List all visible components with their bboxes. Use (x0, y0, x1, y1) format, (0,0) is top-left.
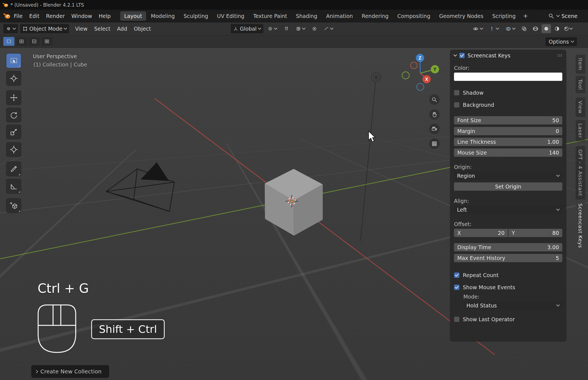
gizmos-dropdown[interactable] (487, 24, 501, 33)
offset-y-field[interactable]: Y 80 (508, 229, 562, 237)
gizmo-neg-y[interactable] (402, 72, 409, 79)
menu-view[interactable]: View (72, 24, 91, 33)
scene-selector[interactable]: Scene (548, 13, 585, 19)
workspace-tab-modeling[interactable]: Modeling (147, 11, 179, 21)
operator-redo-panel[interactable]: Create New Collection (31, 365, 109, 378)
pivot-point-dropdown[interactable] (265, 24, 279, 33)
xray-toggle[interactable] (519, 24, 529, 33)
menu-object[interactable]: Object (130, 24, 154, 33)
snap-toggle[interactable] (281, 24, 292, 33)
light-object[interactable] (361, 73, 381, 241)
object-visibility-dropdown[interactable] (470, 24, 485, 33)
workspace-tab-texture-paint[interactable]: Texture Paint (249, 11, 291, 21)
shadow-checkbox[interactable] (454, 90, 460, 95)
mouse-size-field[interactable]: Mouse Size 140 (454, 148, 562, 157)
navigation-gizmo[interactable]: Z Y X (402, 54, 439, 91)
set-origin-button[interactable]: Set Origin (454, 182, 562, 191)
blender-logo-icon (3, 2, 8, 8)
offset-x-field[interactable]: X 20 (454, 229, 508, 237)
select-mode-new-button[interactable] (3, 37, 14, 46)
camera-object[interactable] (106, 163, 174, 211)
workspace-tab-scripting[interactable]: Scripting (488, 11, 520, 21)
tool-add-cube-button[interactable] (6, 198, 21, 213)
workspace-tab-compositing[interactable]: Compositing (393, 11, 434, 21)
gizmo-neg-z[interactable] (417, 83, 424, 91)
magnet-icon (284, 26, 289, 31)
proportional-editing-toggle[interactable] (309, 24, 319, 33)
show-last-operator-checkbox[interactable] (454, 317, 460, 322)
scene-name[interactable]: Scene (561, 13, 578, 19)
camera-view-button[interactable] (429, 124, 440, 134)
transform-orientation-dropdown[interactable]: Global (231, 24, 263, 33)
select-mode-subtract-button[interactable] (29, 37, 40, 46)
max-event-history-field[interactable]: Max Event History 5 (454, 254, 562, 262)
panel-header[interactable]: Screencast Keys (454, 50, 562, 61)
margin-field[interactable]: Margin 0 (454, 127, 562, 135)
blender-menu-logo-icon[interactable] (3, 12, 11, 20)
sidebar-tab-view[interactable]: View (576, 97, 585, 117)
workspace-tab-shading[interactable]: Shading (292, 11, 321, 21)
show-mouse-events-checkbox[interactable] (454, 285, 460, 290)
repeat-count-checkbox[interactable] (454, 272, 460, 278)
display-time-field[interactable]: Display Time 3.00 (454, 243, 562, 251)
background-checkbox[interactable] (454, 102, 460, 108)
sidebar-tab-screencast-keys[interactable]: Screencast Keys (576, 200, 585, 251)
shading-solid-button[interactable] (542, 24, 551, 33)
menu-help[interactable]: Help (95, 11, 114, 21)
cube-object[interactable] (265, 169, 323, 236)
shading-wireframe-button[interactable] (531, 24, 540, 33)
shading-rendered-button[interactable] (563, 24, 573, 33)
tool-move-button[interactable] (6, 91, 21, 105)
tool-annotate-button[interactable] (6, 162, 21, 176)
tool-measure-button[interactable] (6, 179, 21, 193)
orthographic-toggle-button[interactable] (429, 139, 440, 149)
select-mode-extend-button[interactable] (16, 37, 27, 46)
menu-render[interactable]: Render (43, 11, 68, 21)
mode-dropdown[interactable]: Hold Status (463, 301, 562, 310)
origin-dropdown[interactable]: Region (454, 172, 562, 180)
tool-options-corner (19, 210, 20, 212)
menu-window[interactable]: Window (68, 11, 95, 21)
menu-file[interactable]: File (11, 11, 26, 21)
shading-material-button[interactable] (552, 24, 562, 33)
workspace-tab-sculpting[interactable]: Sculpting (180, 11, 212, 21)
workspace-tab-animation[interactable]: Animation (322, 11, 357, 21)
panel-collapse-chevron-icon[interactable] (453, 53, 457, 57)
sidebar-tab-tool[interactable]: Tool (576, 76, 585, 93)
line-thickness-field[interactable]: Line Thickness 1.00 (454, 138, 562, 146)
scene-browse-icon[interactable] (548, 13, 555, 19)
panel-enable-checkbox[interactable] (459, 53, 465, 58)
workspace-tab-rendering[interactable]: Rendering (358, 11, 393, 21)
editor-type-selector[interactable] (3, 24, 18, 33)
viewport-canvas[interactable]: Z Y X User Perspective (1) Collection | … (0, 48, 588, 380)
add-workspace-button[interactable]: + (520, 12, 531, 20)
proportional-falloff-dropdown[interactable] (321, 24, 335, 33)
panel-grip-icon[interactable] (557, 54, 562, 57)
mode-selector[interactable]: Object Mode (20, 24, 69, 33)
font-size-field[interactable]: Font Size 50 (454, 116, 562, 124)
sidebar-tab-item[interactable]: Item (576, 55, 585, 74)
sidebar-tab-laser[interactable]: Laser (576, 120, 585, 142)
overlays-dropdown[interactable] (503, 24, 518, 33)
zoom-button[interactable] (429, 94, 440, 105)
menu-add[interactable]: Add (114, 24, 130, 33)
tool-scale-button[interactable] (6, 125, 21, 139)
snap-settings-dropdown[interactable] (293, 24, 308, 33)
tool-cursor-button[interactable] (6, 71, 21, 86)
gizmo-neg-x[interactable] (411, 62, 417, 69)
workspace-tab-layout[interactable]: Layout (120, 11, 146, 21)
color-swatch[interactable] (454, 73, 562, 81)
workspace-tab-geometry-nodes[interactable]: Geometry Nodes (435, 11, 487, 21)
sidebar-tab-gpt4-assistant[interactable]: GPT - 4 Assistant (576, 146, 585, 200)
tool-select-box-button[interactable] (6, 54, 21, 68)
select-mode-intersect-button[interactable] (41, 37, 53, 46)
align-dropdown[interactable]: Left (454, 206, 562, 214)
workspace-tab-uv-editing[interactable]: UV Editing (213, 11, 248, 21)
tool-transform-button[interactable] (6, 142, 21, 157)
pan-button[interactable] (429, 109, 440, 120)
menu-edit[interactable]: Edit (26, 11, 43, 21)
chevron-down-icon (512, 26, 516, 30)
menu-select[interactable]: Select (91, 24, 114, 33)
tool-rotate-button[interactable] (6, 108, 21, 122)
options-button[interactable]: Options (545, 37, 577, 46)
